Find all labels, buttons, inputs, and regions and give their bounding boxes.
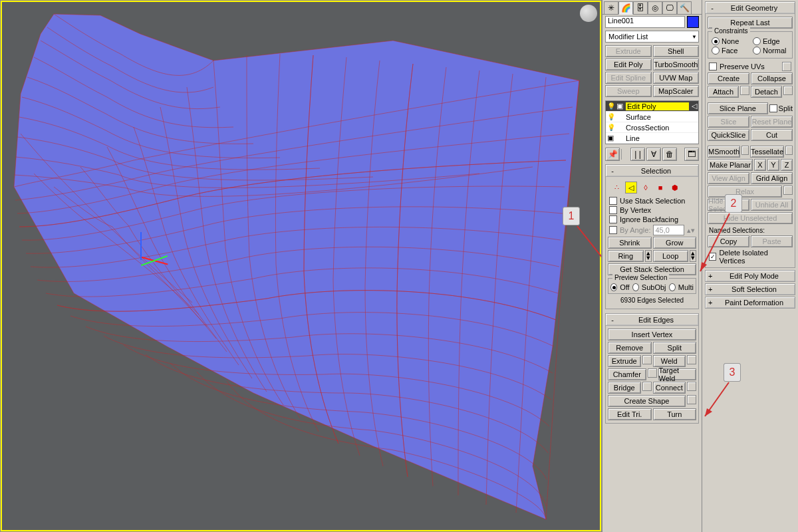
btn-attach[interactable]: Attach (708, 86, 739, 98)
btn-collapse[interactable]: Collapse (751, 72, 793, 84)
btn-msmooth[interactable]: MSmooth (708, 146, 740, 158)
configure-sets-button[interactable]: 🗔 (684, 148, 699, 161)
btn-loop[interactable]: Loop (653, 250, 689, 262)
btn-grid-align[interactable]: Grid Align (751, 172, 793, 184)
subobj-polygon[interactable]: ■ (654, 182, 666, 194)
lightbulb-icon[interactable]: 💡 (607, 113, 614, 120)
viewport-perspective[interactable]: 1 (0, 0, 602, 532)
rollout-soft-selection[interactable]: +Soft Selection (705, 283, 795, 295)
btn-planar-z[interactable]: Z (781, 159, 793, 171)
btn-detach[interactable]: Detach (751, 86, 782, 98)
tab-create[interactable]: ✳ (604, 1, 618, 15)
btn-extrude-edge[interactable]: Extrude (608, 355, 641, 367)
btn-paste-named[interactable]: Paste (751, 235, 793, 247)
tab-utilities[interactable]: 🔨 (677, 1, 692, 15)
btn-planar-y[interactable]: Y (767, 159, 779, 171)
btn-shrink[interactable]: Shrink (608, 237, 652, 249)
chk-use-stack[interactable] (609, 197, 617, 205)
stack-item-editpoly[interactable]: 💡 ▣ Edit Poly ◁ (606, 101, 698, 112)
show-end-result-button[interactable]: | | (630, 148, 645, 161)
btn-reset-plane[interactable]: Reset Plane (751, 116, 793, 128)
extrude-settings[interactable] (642, 355, 652, 364)
btn-extrude[interactable]: Extrude (605, 45, 652, 57)
btn-turn[interactable]: Turn (653, 408, 697, 420)
btn-target-weld[interactable]: Target Weld (658, 368, 697, 380)
modifier-list-dropdown[interactable]: Modifier List ▼ (605, 31, 699, 43)
msmooth-settings[interactable] (741, 146, 749, 155)
bridge-settings[interactable] (642, 382, 652, 391)
btn-create[interactable]: Create (708, 72, 749, 84)
viewcube[interactable] (580, 5, 597, 22)
btn-slice[interactable]: Slice (708, 116, 749, 128)
radio-constraint-edge[interactable] (753, 37, 761, 45)
btn-view-align[interactable]: View Align (708, 172, 749, 184)
chamfer-settings[interactable] (648, 368, 657, 378)
expand-icon[interactable]: ▣ (616, 102, 623, 110)
btn-relax[interactable]: Relax (708, 186, 782, 198)
btn-hide-unselected[interactable]: Hide Unselected (708, 212, 793, 224)
btn-split[interactable]: Split (653, 342, 697, 354)
btn-quickslice[interactable]: QuickSlice (708, 129, 749, 141)
angle-spinner-arrows[interactable]: ▴▾ (687, 226, 695, 235)
btn-ring[interactable]: Ring (608, 250, 644, 262)
connect-settings[interactable] (687, 382, 696, 391)
axis-z[interactable] (140, 232, 142, 260)
stack-item-surface[interactable]: 💡 Surface (606, 112, 698, 122)
detach-settings[interactable] (783, 86, 793, 95)
stack-item-crosssection[interactable]: 💡 CrossSection (606, 122, 698, 133)
btn-bridge[interactable]: Bridge (608, 382, 641, 394)
tab-modify[interactable]: 🌈 (618, 1, 633, 15)
btn-slice-plane[interactable]: Slice Plane (708, 102, 768, 114)
subobj-vertex[interactable]: ∴ (610, 182, 622, 194)
btn-tessellate[interactable]: Tessellate (750, 146, 784, 158)
btn-planar-x[interactable]: X (754, 159, 766, 171)
loop-spinner[interactable]: ▴▾ (690, 250, 696, 262)
preserve-uvs-settings[interactable] (782, 62, 791, 71)
radio-preview-off[interactable] (610, 283, 617, 291)
btn-connect[interactable]: Connect (653, 382, 686, 394)
chk-by-angle[interactable] (609, 226, 617, 234)
chk-ignore-backfacing[interactable] (609, 215, 617, 223)
angle-spinner[interactable]: 45,0 (653, 225, 684, 235)
chk-delete-isolated[interactable]: ✓ (709, 253, 716, 261)
subobj-element[interactable]: ⬢ (669, 182, 681, 194)
chk-split-slice[interactable] (769, 104, 777, 112)
create-shape-settings[interactable] (687, 395, 696, 404)
btn-sweep[interactable]: Sweep (605, 85, 652, 97)
btn-editspline[interactable]: Edit Spline (605, 72, 652, 84)
tab-hierarchy[interactable]: 🗄 (633, 1, 648, 15)
tessellate-settings[interactable] (785, 146, 793, 155)
subobj-border[interactable]: ◊ (640, 182, 652, 194)
chk-by-vertex[interactable] (609, 206, 617, 214)
btn-shell[interactable]: Shell (653, 45, 700, 57)
rollout-header-selection[interactable]: - Selection (606, 165, 698, 177)
lightbulb-icon[interactable]: 💡 (607, 102, 614, 110)
btn-weld[interactable]: Weld (653, 355, 686, 367)
pin-stack-button[interactable]: 📌 (605, 148, 620, 161)
btn-turbosmooth[interactable]: TurboSmooth (653, 59, 700, 70)
rollout-paint-deformation[interactable]: +Paint Deformation (705, 297, 795, 309)
stack-item-line[interactable]: ▣ Line (606, 133, 698, 144)
radio-constraint-normal[interactable] (753, 47, 761, 55)
btn-copy-named[interactable]: Copy (708, 235, 749, 247)
object-name-field[interactable]: Line001 (605, 16, 685, 28)
chk-preserve-uvs[interactable] (709, 63, 717, 70)
lightbulb-icon[interactable]: 💡 (607, 124, 614, 131)
btn-uvwmap[interactable]: UVW Map (653, 72, 700, 84)
rollout-header-edit-edges[interactable]: - Edit Edges (606, 314, 698, 326)
relax-settings[interactable] (783, 186, 793, 195)
rollout-edit-poly-mode[interactable]: +Edit Poly Mode (705, 270, 795, 282)
tab-display[interactable]: 🖵 (662, 1, 677, 15)
btn-grow[interactable]: Grow (653, 237, 697, 249)
btn-edit-tri[interactable]: Edit Tri. (608, 408, 652, 420)
make-unique-button[interactable]: ∀ (646, 148, 661, 161)
expand-icon[interactable]: ▣ (607, 134, 614, 142)
btn-editpoly[interactable]: Edit Poly (605, 59, 652, 70)
btn-make-planar[interactable]: Make Planar (708, 159, 753, 171)
radio-preview-multi[interactable] (669, 283, 676, 291)
remove-modifier-button[interactable]: 🗑 (662, 148, 677, 161)
weld-settings[interactable] (687, 355, 696, 364)
radio-constraint-face[interactable] (712, 47, 720, 55)
btn-create-shape[interactable]: Create Shape (608, 395, 686, 407)
btn-chamfer[interactable]: Chamfer (608, 368, 646, 380)
